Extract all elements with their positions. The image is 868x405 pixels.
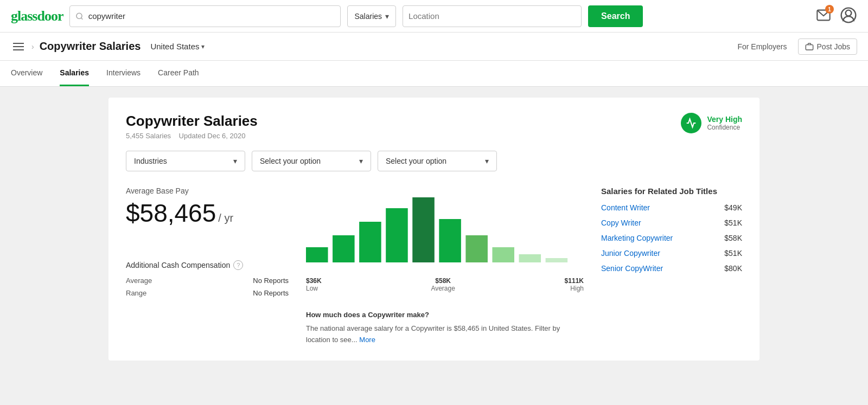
svg-rect-8 [359, 222, 381, 262]
cash-row-range: Range No Reports [126, 289, 289, 297]
cash-row-average: Average No Reports [126, 277, 289, 285]
filters-row: Industries ▾ Select your option ▾ Select… [126, 151, 742, 171]
breadcrumb-arrow: › [31, 42, 34, 51]
chart-label-avg: $58K Average [431, 277, 455, 292]
related-job-name-3[interactable]: Junior Copywriter [601, 249, 660, 258]
salary-period: / yr [218, 212, 233, 224]
sub-header: › Copywriter Salaries United States ▾ Fo… [0, 33, 868, 61]
confidence-text: Very High Confidence [707, 115, 742, 131]
related-job-name-2[interactable]: Marketing Copywriter [601, 234, 673, 242]
user-icon[interactable] [840, 7, 857, 25]
more-link[interactable]: More [359, 336, 375, 344]
filter-option-1-label: Select your option [260, 157, 321, 165]
filter-industries-label: Industries [134, 157, 167, 165]
filter-industries-arrow: ▾ [233, 157, 237, 165]
chart-label-high: $111K High [565, 277, 584, 292]
search-input[interactable] [88, 11, 335, 21]
notification-badge: 1 [825, 5, 834, 14]
page-title: Copywriter Salaries [40, 40, 141, 53]
description-text: The national average salary for a Copywr… [306, 323, 584, 346]
chart-avg-label: Average [431, 285, 455, 292]
related-jobs-title: Salaries for Related Job Titles [601, 187, 742, 196]
tab-salaries[interactable]: Salaries [60, 61, 89, 86]
tab-career-path[interactable]: Career Path [158, 61, 199, 86]
related-job-name-0[interactable]: Content Writer [601, 203, 650, 212]
related-job-row-3: Junior Copywriter $51K [601, 249, 742, 258]
related-job-row-1: Copy Writer $51K [601, 218, 742, 227]
tab-overview[interactable]: Overview [11, 61, 42, 86]
related-jobs-col: Salaries for Related Job Titles Content … [601, 187, 742, 279]
subheader-right: For Employers Post Jobs [737, 38, 857, 55]
related-job-salary-4: $80K [724, 264, 742, 273]
avg-base-amount: $58,465 / yr [126, 198, 289, 228]
hamburger-menu[interactable] [11, 41, 26, 53]
related-job-salary-2: $58K [724, 234, 742, 242]
svg-rect-13 [492, 247, 514, 262]
hamburger-line-3 [13, 49, 24, 50]
chart-col: $36K Low $58K Average $111K High [306, 187, 584, 345]
category-dropdown[interactable]: Salaries ▾ [347, 5, 396, 27]
additional-cash-label: Additional Cash Compensation [126, 261, 230, 269]
filter-option-2-arrow: ▾ [485, 157, 489, 165]
header: glassdoor Salaries ▾ Search 1 [0, 0, 868, 33]
confidence-level: Very High [707, 115, 742, 124]
bar-chart-area: $36K Low $58K Average $111K High [306, 187, 584, 297]
notification-icon[interactable]: 1 [816, 8, 831, 24]
confidence-label: Confidence [707, 124, 742, 131]
svg-rect-14 [519, 254, 541, 262]
hamburger-line-2 [13, 46, 24, 47]
related-job-row-0: Content Writer $49K [601, 203, 742, 212]
category-arrow: ▾ [385, 12, 389, 21]
cash-average-label: Average [126, 277, 152, 285]
related-job-salary-0: $49K [724, 203, 742, 212]
svg-line-1 [81, 17, 83, 19]
card-header: Copywriter Salaries 5,455 Salaries Updat… [126, 113, 742, 140]
description-title: How much does a Copywriter make? [306, 310, 584, 321]
avg-base-label: Average Base Pay [126, 187, 289, 195]
svg-rect-11 [439, 219, 461, 262]
filter-option-1[interactable]: Select your option ▾ [252, 151, 371, 171]
post-jobs-label: Post Jobs [817, 42, 850, 51]
svg-rect-6 [306, 247, 328, 262]
logo[interactable]: glassdoor [11, 8, 63, 24]
search-button[interactable]: Search [588, 5, 643, 27]
filter-industries[interactable]: Industries ▾ [126, 151, 245, 171]
description-box: How much does a Copywriter make? The nat… [306, 310, 584, 345]
post-jobs-button[interactable]: Post Jobs [798, 38, 857, 55]
salary-left-col: Average Base Pay $58,465 / yr Additional… [126, 187, 289, 297]
salaries-count: 5,455 Salaries [126, 132, 171, 140]
additional-cash-title: Additional Cash Compensation ? [126, 260, 289, 270]
location-input-container [403, 5, 582, 27]
country-selector[interactable]: United States ▾ [150, 42, 205, 51]
salary-amount: $58,465 [126, 198, 216, 228]
svg-rect-7 [333, 235, 355, 262]
tab-interviews[interactable]: Interviews [106, 61, 141, 86]
briefcase-icon [805, 42, 814, 51]
location-input[interactable] [409, 11, 576, 21]
chart-low-val: $36K [306, 277, 322, 285]
svg-point-0 [76, 13, 82, 18]
chart-high-label: High [565, 285, 584, 292]
related-job-row-4: Senior CopyWriter $80K [601, 264, 742, 273]
updated-date: Updated Dec 6, 2020 [179, 132, 246, 140]
for-employers-link[interactable]: For Employers [737, 42, 787, 51]
hamburger-line-1 [13, 43, 24, 44]
salary-main-row: Average Base Pay $58,465 / yr Additional… [126, 187, 742, 345]
related-job-name-1[interactable]: Copy Writer [601, 218, 641, 227]
svg-rect-15 [546, 258, 568, 262]
related-job-salary-1: $51K [724, 218, 742, 227]
card-title-area: Copywriter Salaries 5,455 Salaries Updat… [126, 113, 258, 140]
cash-range-value: No Reports [253, 289, 289, 297]
filter-option-2[interactable]: Select your option ▾ [378, 151, 497, 171]
related-job-salary-3: $51K [724, 249, 742, 258]
related-job-name-4[interactable]: Senior CopyWriter [601, 264, 663, 273]
help-icon[interactable]: ? [233, 260, 243, 270]
salary-bar-chart [306, 187, 584, 273]
svg-rect-5 [806, 44, 813, 49]
description-content: The national average salary for a Copywr… [306, 324, 560, 344]
chart-low-label: Low [306, 285, 322, 292]
filter-option-2-label: Select your option [386, 157, 446, 165]
svg-rect-12 [465, 235, 488, 262]
svg-rect-9 [386, 208, 408, 262]
header-icons: 1 [816, 7, 857, 25]
